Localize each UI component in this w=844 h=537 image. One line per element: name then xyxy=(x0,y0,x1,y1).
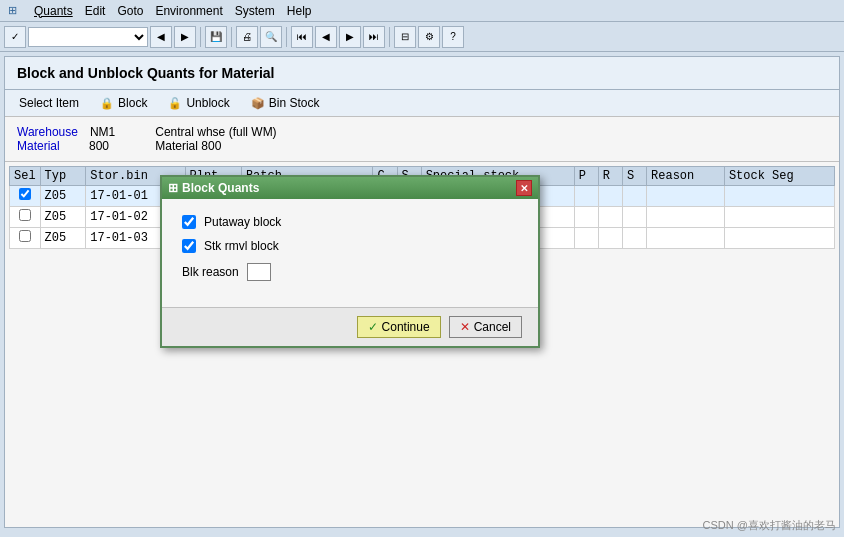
material-row: Material 800 xyxy=(17,139,115,153)
putaway-label[interactable]: Putaway block xyxy=(204,215,281,229)
row1-p xyxy=(574,186,598,207)
command-dropdown[interactable] xyxy=(28,27,148,47)
row2-stock-seg xyxy=(724,207,834,228)
warehouse-row: Warehouse NM1 xyxy=(17,125,115,139)
menu-environment[interactable]: Environment xyxy=(149,4,228,18)
dialog-title: Block Quants xyxy=(182,181,259,195)
dialog-close-button[interactable]: ✕ xyxy=(516,180,532,196)
dialog-title-left: ⊞ Block Quants xyxy=(168,181,259,195)
checkmark-button[interactable]: ✓ xyxy=(4,26,26,48)
find-button[interactable]: 🔍 xyxy=(260,26,282,48)
block-button[interactable]: 🔒 Block xyxy=(93,94,153,112)
menu-bar: ⊞ Quants Edit Goto Environment System He… xyxy=(0,0,844,22)
warehouse-desc: Central whse (full WM) xyxy=(155,125,276,139)
unblock-button[interactable]: 🔓 Unblock xyxy=(161,94,235,112)
separator-4 xyxy=(389,27,390,47)
col-stock-seg: Stock Seg xyxy=(724,167,834,186)
last-button[interactable]: ⏭ xyxy=(363,26,385,48)
col-typ: Typ xyxy=(40,167,86,186)
row2-reason xyxy=(647,207,725,228)
first-button[interactable]: ⏮ xyxy=(291,26,313,48)
row3-typ: Z05 xyxy=(40,228,86,249)
watermark: CSDN @喜欢打酱油的老马 xyxy=(703,518,836,533)
material-label: Material xyxy=(17,139,77,153)
continue-button[interactable]: ✓ Continue xyxy=(357,316,441,338)
main-toolbar: ✓ ◀ ▶ 💾 🖨 🔍 ⏮ ◀ ▶ ⏭ ⊟ ⚙ ? xyxy=(0,22,844,52)
row2-s2 xyxy=(622,207,646,228)
cancel-icon: ✕ xyxy=(460,320,470,334)
save-button[interactable]: 💾 xyxy=(205,26,227,48)
layout-button[interactable]: ⊟ xyxy=(394,26,416,48)
col-r: R xyxy=(598,167,622,186)
warehouse-desc-row: Central whse (full WM) xyxy=(155,125,276,139)
blk-reason-row: Blk reason xyxy=(182,263,518,281)
col-reason: Reason xyxy=(647,167,725,186)
row2-sel[interactable] xyxy=(10,207,41,228)
bin-stock-button[interactable]: 📦 Bin Stock xyxy=(244,94,326,112)
info-left: Warehouse NM1 Material 800 xyxy=(17,125,115,153)
stk-rmvl-checkbox[interactable] xyxy=(182,239,196,253)
select-item-button[interactable]: Select Item xyxy=(13,94,85,112)
info-right: Central whse (full WM) Material 800 xyxy=(155,125,276,153)
nav-back-button[interactable]: ◀ xyxy=(150,26,172,48)
continue-label: Continue xyxy=(382,320,430,334)
stk-rmvl-label[interactable]: Stk rmvl block xyxy=(204,239,279,253)
stk-rmvl-row: Stk rmvl block xyxy=(182,239,518,253)
separator-1 xyxy=(200,27,201,47)
separator-2 xyxy=(231,27,232,47)
col-s2: S xyxy=(622,167,646,186)
row2-typ: Z05 xyxy=(40,207,86,228)
help-toolbar-button[interactable]: ? xyxy=(442,26,464,48)
warehouse-value: NM1 xyxy=(90,125,115,139)
block-quants-dialog: ⊞ Block Quants ✕ Putaway block Stk rmvl … xyxy=(160,175,540,348)
print-button[interactable]: 🖨 xyxy=(236,26,258,48)
blk-reason-input[interactable] xyxy=(247,263,271,281)
dialog-content: Putaway block Stk rmvl block Blk reason xyxy=(162,199,538,307)
menu-help[interactable]: Help xyxy=(281,4,318,18)
prev-button[interactable]: ◀ xyxy=(315,26,337,48)
menu-quants[interactable]: Quants xyxy=(28,4,79,18)
cancel-button[interactable]: ✕ Cancel xyxy=(449,316,522,338)
col-sel: Sel xyxy=(10,167,41,186)
next-button[interactable]: ▶ xyxy=(339,26,361,48)
warehouse-label: Warehouse xyxy=(17,125,78,139)
row3-r xyxy=(598,228,622,249)
row3-reason xyxy=(647,228,725,249)
bin-stock-label: Bin Stock xyxy=(269,96,320,110)
row1-typ: Z05 xyxy=(40,186,86,207)
nav-forward-button[interactable]: ▶ xyxy=(174,26,196,48)
continue-icon: ✓ xyxy=(368,320,378,334)
dialog-title-bar: ⊞ Block Quants ✕ xyxy=(162,177,538,199)
putaway-row: Putaway block xyxy=(182,215,518,229)
row1-s2 xyxy=(622,186,646,207)
blk-reason-label: Blk reason xyxy=(182,265,239,279)
select-item-label: Select Item xyxy=(19,96,79,110)
info-section: Warehouse NM1 Material 800 Central whse … xyxy=(5,117,839,162)
unblock-icon: 🔓 xyxy=(167,96,183,110)
block-label: Block xyxy=(118,96,147,110)
action-toolbar: Select Item 🔒 Block 🔓 Unblock 📦 Bin Stoc… xyxy=(5,90,839,117)
material-value: 800 xyxy=(89,139,109,153)
menu-edit[interactable]: Edit xyxy=(79,4,112,18)
row2-p xyxy=(574,207,598,228)
separator-3 xyxy=(286,27,287,47)
material-desc: Material 800 xyxy=(155,139,221,153)
putaway-checkbox[interactable] xyxy=(182,215,196,229)
bin-stock-icon: 📦 xyxy=(250,96,266,110)
dialog-icon: ⊞ xyxy=(168,181,178,195)
sap-logo-icon: ⊞ xyxy=(4,3,20,19)
menu-system[interactable]: System xyxy=(229,4,281,18)
menu-goto[interactable]: Goto xyxy=(111,4,149,18)
settings-button[interactable]: ⚙ xyxy=(418,26,440,48)
row3-sel[interactable] xyxy=(10,228,41,249)
row2-r xyxy=(598,207,622,228)
unblock-label: Unblock xyxy=(186,96,229,110)
row3-stock-seg xyxy=(724,228,834,249)
cancel-label: Cancel xyxy=(474,320,511,334)
row1-sel[interactable] xyxy=(10,186,41,207)
block-icon: 🔒 xyxy=(99,96,115,110)
row1-reason xyxy=(647,186,725,207)
dialog-footer: ✓ Continue ✕ Cancel xyxy=(162,307,538,346)
page-title: Block and Unblock Quants for Material xyxy=(5,57,839,90)
row3-s2 xyxy=(622,228,646,249)
